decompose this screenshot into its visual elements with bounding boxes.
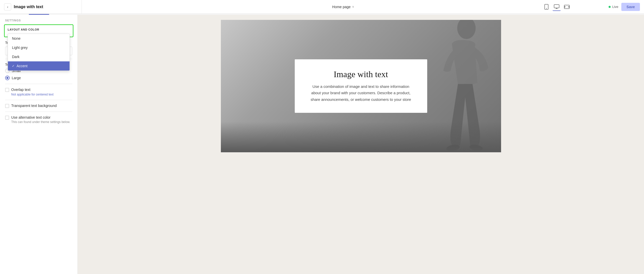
overlap-text-section: Overlap text Not applicable for centered… [0,84,77,100]
header-right: Live Save [605,3,640,11]
radio-large-circle [5,76,10,80]
transparent-bg-checkbox-item[interactable]: Transparent text background [5,104,72,108]
layout-color-section: LAYOUT AND COLOR None Light grey Dark ✓ [4,24,73,37]
overlap-text-checkbox-item[interactable]: Overlap text Not applicable for centered… [5,88,72,96]
header-center: Home page ∨ [85,3,601,10]
sidebar: SETTINGS LAYOUT AND COLOR None Light gre… [0,15,78,274]
chevron-down-icon: ∨ [352,5,354,8]
dropdown-option-accent[interactable]: ✓ Accent [8,61,70,71]
live-dot [609,6,611,8]
alt-text-color-checkbox[interactable] [5,116,9,120]
transparent-bg-section: Transparent text background [0,100,77,112]
overlap-text-label: Overlap text [11,88,53,92]
dropdown-option-none-label: None [12,36,20,40]
alt-text-color-hint: This can found under theme settings belo… [11,120,70,124]
transparent-bg-checkbox[interactable] [5,104,9,108]
dropdown-option-dark-label: Dark [12,55,20,59]
live-label: Live [612,5,618,9]
hero-image: Image with text Use a combination of ima… [221,20,501,152]
page-title: Image with text [14,5,43,9]
dropdown-option-lightgrey[interactable]: Light grey [8,43,70,52]
overlap-text-checkbox[interactable] [5,88,9,92]
preview-inner: Image with text Use a combination of ima… [221,20,501,152]
save-button[interactable]: Save [621,3,640,11]
dropdown-menu: None Light grey Dark ✓ Accent [8,34,70,71]
main-content: SETTINGS LAYOUT AND COLOR None Light gre… [0,15,644,274]
overlap-text-hint: Not applicable for centered text [11,93,53,96]
svg-point-12 [457,20,475,39]
settings-label: SETTINGS [0,15,77,24]
text-overlay: Image with text Use a combination of ima… [295,59,427,113]
alt-text-color-checkbox-item[interactable]: Use alternative text color This can foun… [5,115,72,124]
mobile-icon[interactable] [542,3,551,11]
preview-area: Image with text Use a combination of ima… [78,15,644,274]
dropdown-option-none[interactable]: None [8,34,70,43]
back-button[interactable]: ‹ [4,3,11,10]
overlay-title: Image with text [310,70,412,79]
live-indicator: Live [609,5,618,9]
dropdown-option-accent-label: Accent [17,64,28,68]
page-selector[interactable]: Home page ∨ [330,3,357,10]
overlay-desc: Use a combination of image and text to s… [310,83,412,103]
fullscreen-icon[interactable] [563,3,571,11]
transparent-bg-label: Transparent text background [11,104,57,108]
dropdown-option-dark[interactable]: Dark [8,52,70,61]
radio-large-label: Large [12,76,21,80]
device-icons [542,3,571,11]
landscape-bg [221,122,501,152]
radio-large[interactable]: Large [5,76,72,80]
alt-text-color-label: Use alternative text color [11,115,70,119]
header: ‹ Image with text Home page ∨ Live Save [0,0,644,14]
svg-rect-2 [554,5,559,8]
desktop-icon[interactable] [553,3,561,11]
header-left: ‹ Image with text [4,0,82,13]
dropdown-option-lightgrey-label: Light grey [12,46,28,50]
alt-text-color-section: Use alternative text color This can foun… [0,112,77,127]
section-title: LAYOUT AND COLOR [8,28,70,31]
checkmark-icon: ✓ [12,64,15,68]
